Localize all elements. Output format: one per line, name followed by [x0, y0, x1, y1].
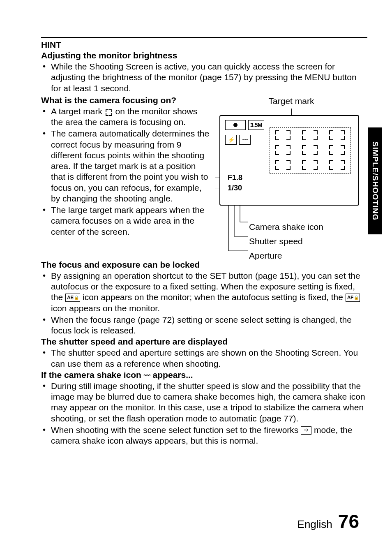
text-fragment: If the camera shake icon — [41, 370, 144, 379]
ae-lock-icon: AE — [65, 294, 80, 302]
text-fragment: icon appears on the monitor. — [51, 303, 160, 313]
callout-shutter: Shutter speed — [249, 236, 303, 246]
bullet-text: By assigning an operation shortcut to th… — [41, 271, 367, 314]
shutter-value: 1/30 — [228, 184, 242, 192]
footer-page-number: 76 — [338, 510, 359, 532]
footer-language: English — [297, 518, 332, 531]
flash-auto-icon: ⚡ — [225, 135, 237, 145]
callout-aperture: Aperture — [249, 251, 282, 261]
text-fragment: appears... — [150, 370, 193, 379]
fireworks-mode-icon: ፨ — [301, 426, 311, 435]
bullet-text: When shooting with the scene select func… — [41, 425, 367, 447]
bullet-text: The shutter speed and aperture settings … — [41, 347, 367, 369]
text-fragment: A target mark — [51, 106, 105, 116]
leader-line — [291, 109, 292, 115]
leader-line — [215, 178, 220, 178]
text-fragment: When shooting with the scene select func… — [51, 425, 301, 435]
resolution-badge: 3.5M — [248, 120, 264, 130]
focus-area-outline — [270, 127, 351, 174]
aperture-value: F1.8 — [228, 174, 242, 182]
side-tab: SIMPLE/SHOOTING — [368, 127, 382, 234]
record-dot-icon — [233, 123, 238, 127]
text-fragment: icon appears on the monitor; when the au… — [80, 292, 346, 302]
bullet-text: When the focus range (page 72) setting o… — [41, 315, 367, 336]
page-footer: English 76 — [297, 510, 359, 532]
hint-label: HINT — [41, 40, 367, 50]
heading-focusing: What is the camera focusing on? — [41, 95, 210, 105]
bullet-text: The large target mark appears when the c… — [41, 205, 210, 237]
divider — [41, 37, 367, 38]
heading-shutter-aperture-display: The shutter speed and aperture are displ… — [41, 337, 367, 347]
bullet-text: During still image shooting, if the shut… — [41, 381, 367, 424]
leader-line — [215, 188, 220, 188]
camera-shake-icon: 〰 — [239, 135, 251, 145]
bullet-text: A target mark on the monitor shows the a… — [41, 106, 210, 128]
shooting-screen-diagram: Target mark 3.5M ⚡ 〰 F1.8 1/30 — [215, 95, 367, 259]
callout-shake: Camera shake icon — [249, 222, 323, 232]
target-mark-icon — [106, 109, 112, 116]
diagram-caption-target: Target mark — [215, 96, 367, 106]
bullet-text: While the Shooting Screen is active, you… — [41, 61, 367, 94]
callout-lines — [224, 206, 252, 259]
camera-shake-icon: 〰 — [144, 372, 150, 379]
af-lock-icon: AF — [346, 294, 360, 302]
record-mode-icon — [225, 120, 246, 130]
heading-camera-shake: If the camera shake icon 〰 appears... — [41, 370, 367, 380]
monitor-outline: 3.5M ⚡ 〰 F1.8 1/30 — [219, 115, 359, 206]
bullet-text: The camera automatically determines the … — [41, 128, 210, 204]
heading-focus-exposure-lock: The focus and exposure can be locked — [41, 260, 367, 270]
heading-adjust-brightness: Adjusting the monitor brightness — [41, 51, 367, 60]
side-tab-label: SIMPLE/SHOOTING — [371, 141, 380, 220]
